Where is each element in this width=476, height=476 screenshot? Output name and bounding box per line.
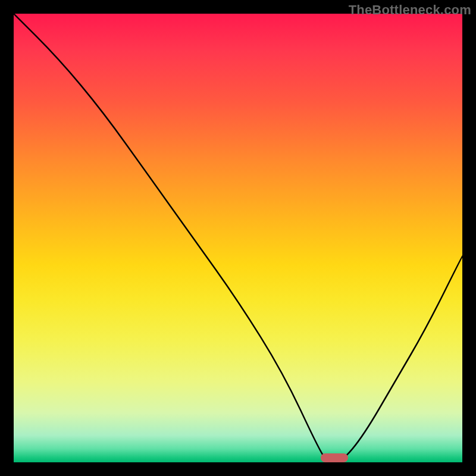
bottleneck-curve bbox=[14, 14, 462, 462]
optimum-marker bbox=[321, 453, 347, 462]
plot-area bbox=[14, 14, 462, 462]
curve-path bbox=[14, 14, 462, 462]
chart-frame: TheBottleneck.com bbox=[0, 0, 476, 476]
watermark-text: TheBottleneck.com bbox=[349, 2, 471, 18]
